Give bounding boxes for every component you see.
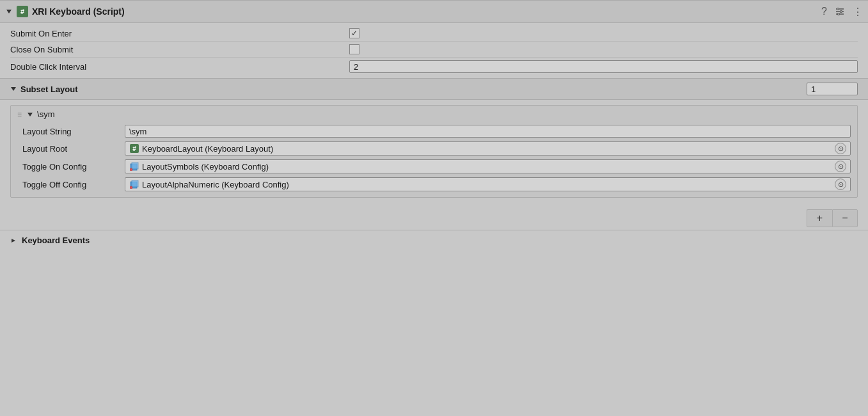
subset-item-header[interactable]: ≡ \sym [17, 109, 851, 119]
toggle-off-config-icon [129, 179, 139, 189]
toggle-off-config-field[interactable]: LayoutAlphaNumeric (Keyboard Config) ⊙ [125, 177, 851, 191]
remove-subset-button[interactable]: − [832, 209, 858, 227]
toggle-off-config-select-btn[interactable]: ⊙ [835, 179, 846, 190]
svg-point-11 [130, 168, 132, 171]
double-click-interval-input[interactable] [349, 60, 858, 73]
subset-item: ≡ \sym Layout String Layout Root [10, 105, 858, 198]
keyboard-events-title: Keyboard Events [22, 236, 90, 245]
toggle-off-config-row: Toggle Off Config LayoutAlphaNumeric (Ke… [22, 175, 851, 193]
toggle-off-config-text: LayoutAlphaNumeric (Keyboard Config) [142, 180, 832, 189]
properties-area: Submit On Enter Close On Submit Double C… [0, 23, 868, 78]
subset-item-name: \sym [37, 109, 54, 119]
toggle-on-config-value: LayoutSymbols (Keyboard Config) ⊙ [125, 159, 851, 173]
svg-point-5 [840, 11, 842, 13]
component-panel: # XRI Keyboard (Script) ? ⋮ Submit [0, 0, 868, 250]
script-icon: # [17, 6, 28, 17]
keyboard-events-section[interactable]: Keyboard Events [0, 230, 868, 250]
svg-rect-13 [132, 180, 138, 187]
svg-rect-10 [132, 163, 138, 169]
subset-layout-count-input[interactable] [807, 83, 858, 95]
submit-on-enter-value [349, 28, 858, 38]
submit-on-enter-label: Submit On Enter [10, 29, 349, 38]
toggle-on-config-label: Toggle On Config [22, 162, 125, 172]
toggle-on-config-icon [129, 161, 139, 172]
component-header: # XRI Keyboard (Script) ? ⋮ [0, 0, 868, 23]
subset-layout-title: Subset Layout [20, 84, 801, 94]
header-right: ? ⋮ [821, 6, 863, 18]
close-on-submit-label: Close On Submit [10, 45, 349, 54]
layout-string-value [125, 125, 851, 138]
svg-marker-8 [28, 113, 33, 116]
keyboard-events-arrow-icon [10, 237, 17, 244]
layout-root-icon: # [129, 143, 139, 154]
toggle-on-config-text: LayoutSymbols (Keyboard Config) [142, 162, 832, 172]
toggle-off-config-label: Toggle Off Config [22, 180, 125, 189]
drag-handle-icon: ≡ [17, 110, 22, 119]
layout-root-field[interactable]: # KeyboardLayout (Keyboard Layout) ⊙ [125, 141, 851, 156]
close-on-submit-checkbox[interactable] [349, 44, 359, 54]
svg-point-6 [838, 13, 840, 15]
toggle-off-config-value: LayoutAlphaNumeric (Keyboard Config) ⊙ [125, 177, 851, 191]
layout-string-label: Layout String [22, 127, 125, 136]
toggle-on-config-field[interactable]: LayoutSymbols (Keyboard Config) ⊙ [125, 159, 851, 173]
subset-collapse-arrow-icon [10, 86, 17, 92]
double-click-interval-label: Double Click Interval [10, 62, 349, 72]
component-title: XRI Keyboard (Script) [32, 6, 125, 17]
toggle-on-config-row: Toggle On Config LayoutSymbols (Keyboard [22, 157, 851, 175]
submit-on-enter-row: Submit On Enter [10, 26, 858, 42]
svg-point-14 [130, 186, 132, 189]
layout-string-input[interactable] [125, 125, 851, 138]
svg-marker-7 [11, 87, 16, 91]
svg-marker-0 [6, 10, 12, 13]
close-on-submit-row: Close On Submit [10, 42, 858, 58]
subset-properties: Layout String Layout Root # KeyboardLayo… [17, 123, 851, 193]
settings-icon[interactable] [835, 6, 845, 17]
double-click-interval-value [349, 60, 858, 73]
collapse-arrow[interactable] [5, 8, 13, 15]
close-on-submit-value [349, 44, 858, 54]
layout-string-row: Layout String [22, 123, 851, 140]
subset-item-collapse-icon [27, 111, 33, 118]
svg-marker-15 [12, 239, 15, 243]
help-icon[interactable]: ? [821, 6, 827, 17]
submit-on-enter-checkbox[interactable] [349, 28, 359, 38]
toggle-on-config-select-btn[interactable]: ⊙ [835, 161, 846, 172]
layout-root-row: Layout Root # KeyboardLayout (Keyboard L… [22, 140, 851, 157]
header-left: # XRI Keyboard (Script) [5, 6, 817, 17]
layout-root-label: Layout Root [22, 144, 125, 154]
subset-container: ≡ \sym Layout String Layout Root [0, 100, 868, 207]
layout-root-value: # KeyboardLayout (Keyboard Layout) ⊙ [125, 141, 851, 156]
more-options-icon[interactable]: ⋮ [853, 6, 863, 18]
layout-root-text: KeyboardLayout (Keyboard Layout) [142, 144, 832, 154]
layout-root-select-btn[interactable]: ⊙ [835, 143, 846, 154]
double-click-interval-row: Double Click Interval [10, 58, 858, 76]
add-subset-button[interactable]: + [807, 209, 832, 227]
subset-layout-header[interactable]: Subset Layout [0, 78, 868, 100]
add-remove-bar: + − [0, 207, 868, 230]
svg-point-4 [837, 8, 839, 10]
